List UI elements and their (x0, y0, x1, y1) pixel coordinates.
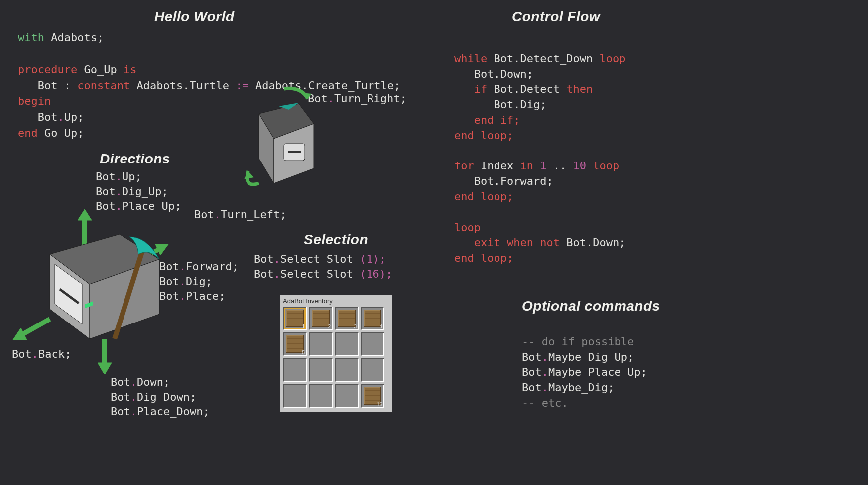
svg-marker-9 (78, 209, 92, 220)
inventory-slot-2[interactable]: 2 (309, 307, 333, 330)
inventory-slot-9[interactable] (283, 358, 307, 382)
turtle-diagram-main (10, 209, 179, 374)
inventory-slot-6[interactable] (309, 332, 333, 356)
inventory-slot-10[interactable] (309, 358, 333, 382)
inventory-slot-16[interactable]: 16 (361, 384, 384, 408)
inventory-slot-5[interactable]: 5 (283, 332, 307, 356)
inventory-slot-1[interactable]: 1 (283, 307, 307, 330)
inventory-title: AdaBot Inventory (283, 297, 389, 305)
inventory-panel: AdaBot Inventory 1 2 3 4 5 16 (280, 295, 392, 412)
inventory-slot-11[interactable] (335, 358, 359, 382)
inventory-slot-7[interactable] (335, 332, 359, 356)
svg-marker-15 (98, 363, 112, 374)
labels-down: Bot.Down; Bot.Dig_Down; Bot.Place_Down; (111, 375, 210, 419)
inventory-slot-8[interactable] (361, 332, 384, 356)
code-optional: -- do if possible Bot.Maybe_Dig_Up; Bot.… (522, 319, 647, 411)
label-turn-left: Bot.Turn_Left; (194, 208, 286, 221)
inventory-slot-14[interactable] (309, 384, 333, 408)
inventory-slot-3[interactable]: 3 (335, 307, 359, 330)
label-turn-right: Bot.Turn_Right; (308, 92, 407, 105)
code-control-flow: while Bot.Detect_Down loop Bot.Down; if … (454, 36, 625, 266)
heading-optional: Optional commands (522, 298, 660, 314)
svg-marker-1 (244, 171, 254, 179)
turtle-diagram-small (224, 84, 319, 198)
code-hello-world: with Adabots; procedure Go_Up is Bot : c… (18, 14, 400, 141)
heading-directions: Directions (100, 151, 170, 167)
inventory-slot-15[interactable] (335, 384, 359, 408)
inventory-slot-13[interactable] (283, 384, 307, 408)
code-selection: Bot.Select_Slot (1); Bot.Select_Slot (16… (254, 252, 392, 281)
heading-control-flow: Control Flow (512, 9, 600, 25)
labels-up: Bot.Up; Bot.Dig_Up; Bot.Place_Up; (96, 169, 181, 214)
inventory-slot-12[interactable] (361, 358, 384, 382)
inventory-slot-4[interactable]: 4 (361, 307, 384, 330)
heading-selection: Selection (304, 232, 368, 248)
